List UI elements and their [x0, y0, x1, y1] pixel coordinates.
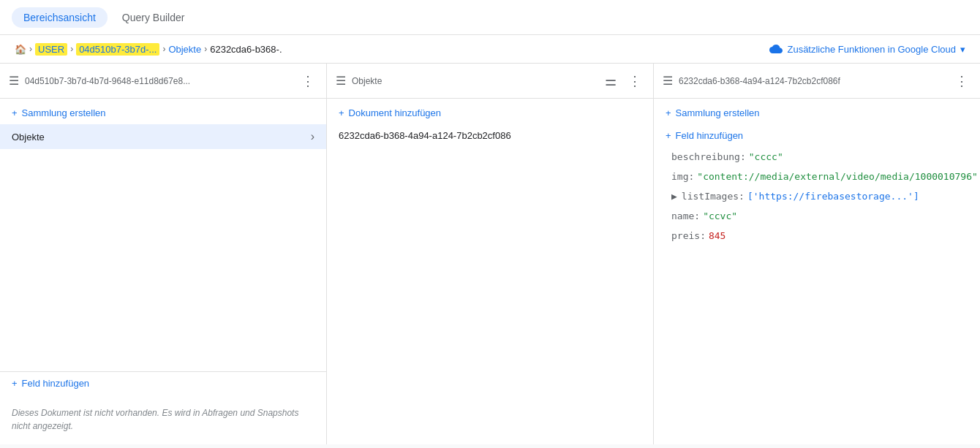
column-2-more-btn[interactable]: ⋮	[625, 72, 644, 91]
field-key-preis: preis:	[671, 230, 706, 241]
column-3-header: ☰ 6232cda6-b368-4a94-a124-7b2cb2cf086f ⋮	[654, 64, 980, 99]
main-content: ☰ 04d510b7-3b7d-4b7d-9648-e11d8d67e8... …	[0, 64, 980, 444]
document-item-1[interactable]: 6232cda6-b368-4a94-a124-7b2cb2cf086	[327, 124, 653, 147]
chevron-right-icon: ›	[311, 130, 314, 143]
breadcrumb-user[interactable]: USER	[35, 43, 67, 56]
field-name: name: "ccvc"	[654, 206, 980, 226]
column-1: ☰ 04d510b7-3b7d-4b7d-9648-e11d8d67e8... …	[0, 64, 327, 444]
doc-icon-1: ☰	[9, 74, 19, 88]
column-3-body: + Sammlung erstellen + Feld hinzufügen b…	[654, 99, 980, 444]
column-3-more-btn[interactable]: ⋮	[952, 72, 971, 91]
tab-bereichsansicht[interactable]: Bereichsansicht	[12, 7, 108, 28]
field-value-img: "content://media/external/video/media/10…	[697, 171, 978, 182]
cloud-functions-label: Zusätzliche Funktionen in Google Cloud	[787, 44, 956, 55]
plus-icon-feld-3: +	[666, 130, 671, 141]
column-2: ☰ Objekte ⚌ ⋮ + Dokument hinzufügen 6232…	[327, 64, 654, 444]
field-value-beschreibung: "cccc"	[749, 151, 783, 162]
objekte-label: Objekte	[12, 132, 45, 143]
field-value-name: "ccvc"	[703, 210, 737, 221]
sammlung-erstellen-1-btn[interactable]: + Sammlung erstellen	[0, 102, 326, 124]
collection-icon-2: ☰	[336, 74, 346, 88]
column-2-title: Objekte	[352, 76, 596, 86]
column-2-body: + Dokument hinzufügen 6232cda6-b368-4a94…	[327, 99, 653, 444]
column-3-title: 6232cda6-b368-4a94-a124-7b2cb2cf086f	[679, 76, 946, 86]
column-3: ☰ 6232cda6-b368-4a94-a124-7b2cb2cf086f ⋮…	[654, 64, 980, 444]
column-1-body: + Sammlung erstellen Objekte ›	[0, 99, 326, 371]
plus-icon-3: +	[666, 107, 671, 118]
sammlung-erstellen-3-btn[interactable]: + Sammlung erstellen	[654, 102, 980, 124]
field-preis: preis: 845	[654, 226, 980, 246]
column-1-header: ☰ 04d510b7-3b7d-4b7d-9648-e11d8d67e8... …	[0, 64, 326, 99]
cloud-functions-link[interactable]: Zusätzliche Funktionen in Google Cloud ▾	[769, 42, 965, 56]
field-key-beschreibung: beschreibung:	[671, 151, 746, 162]
plus-icon-feld-1: +	[12, 378, 18, 389]
cloud-icon	[769, 42, 783, 56]
column-1-more-btn[interactable]: ⋮	[298, 72, 317, 91]
breadcrumb-doc2: 6232cda6-b368-.	[210, 44, 282, 55]
feld-hinzufuegen-1-btn[interactable]: + Feld hinzufügen	[0, 372, 326, 395]
breadcrumb-objekte[interactable]: Objekte	[168, 44, 201, 55]
field-key-listimages: listImages:	[682, 191, 745, 202]
expand-listimages-icon[interactable]: ▶	[671, 191, 677, 202]
field-key-img: img:	[671, 171, 694, 182]
breadcrumb-home[interactable]: 🏠	[15, 44, 26, 55]
doc-icon-3: ☰	[663, 74, 673, 88]
breadcrumb-bar: 🏠 › USER › 04d510b7-3b7d-... › Objekte ›…	[0, 35, 980, 64]
dokument-hinzufuegen-btn[interactable]: + Dokument hinzufügen	[327, 102, 653, 124]
filter-btn[interactable]: ⚌	[602, 72, 619, 91]
field-img: img: "content://media/external/video/med…	[654, 167, 980, 186]
tab-query-builder[interactable]: Query Builder	[110, 7, 197, 28]
plus-icon-2: +	[339, 107, 344, 118]
field-value-listimages: ['https://firebasestorage...']	[747, 191, 919, 202]
cloud-chevron-icon: ▾	[960, 44, 965, 55]
field-listimages: ▶ listImages: ['https://firebasestorage.…	[654, 186, 980, 206]
column-2-header: ☰ Objekte ⚌ ⋮	[327, 64, 653, 99]
field-value-preis: 845	[709, 230, 725, 241]
breadcrumb: 🏠 › USER › 04d510b7-3b7d-... › Objekte ›…	[15, 43, 282, 56]
field-beschreibung: beschreibung: "cccc"	[654, 147, 980, 167]
column-1-title: 04d510b7-3b7d-4b7d-9648-e11d8d67e8...	[25, 76, 293, 86]
breadcrumb-doc1[interactable]: 04d510b7-3b7d-...	[76, 43, 159, 56]
notice-text-1: Dieses Dokument ist nicht vorhanden. Es …	[0, 395, 326, 444]
feld-hinzufuegen-3-btn[interactable]: + Feld hinzufügen	[654, 124, 980, 147]
plus-icon-1: +	[12, 107, 18, 118]
objekte-collection-item[interactable]: Objekte ›	[0, 124, 326, 149]
tab-bar: Bereichsansicht Query Builder	[0, 0, 980, 35]
field-key-name: name:	[671, 210, 700, 221]
